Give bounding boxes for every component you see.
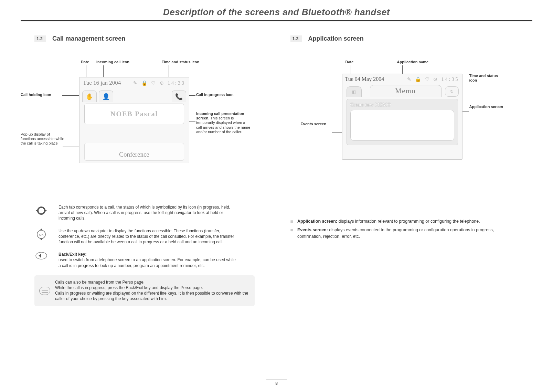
- app-title-tab: Memo: [370, 85, 442, 97]
- left-right-nav-icon: [34, 204, 48, 217]
- hold-tab-icon: ✋: [82, 91, 97, 102]
- label-application-screen: Application screen: [469, 105, 504, 109]
- column-divider: [277, 35, 277, 345]
- svg-point-7: [36, 252, 47, 259]
- section-rule: [290, 46, 519, 46]
- app-body: Create new MEMO: [347, 99, 458, 145]
- right-column: 1.3 Application screen Date Application …: [277, 35, 533, 306]
- label-date: Date: [345, 60, 354, 64]
- app-screen-diagram: Date Application name Time and status ic…: [290, 60, 519, 191]
- status-icons-row: ✎ 🔒 ♡ ⊙ 14:35: [407, 76, 459, 82]
- section-rule: [34, 46, 263, 46]
- in-progress-tab-icon: 📞: [172, 91, 186, 102]
- section-title: Call management screen: [52, 35, 125, 42]
- svg-marker-6: [40, 239, 43, 240]
- back-exit-key-icon: [34, 252, 48, 260]
- call-screen-mock: Tue 16 jan 2004 ✎ 🔒 ♡ ⊙ 14:33 ✋ 👤 📞 NOEB…: [79, 77, 189, 163]
- label-time-status-icon: Time and status icon: [469, 74, 504, 83]
- app-body-title: Create new MEMO: [350, 102, 454, 108]
- label-call-holding-icon: Call holding icon: [21, 93, 62, 97]
- left-column: 1.2 Call management screen Date Incoming…: [21, 35, 277, 306]
- label-time-status-icon: Time and status icon: [162, 60, 199, 64]
- page-number: 8: [266, 380, 287, 386]
- help-up-down: Use the up-down navigator to display the…: [59, 228, 237, 245]
- svg-text:OK: OK: [39, 233, 43, 236]
- label-application-name: Application name: [397, 60, 429, 64]
- call-screen-diagram: Date Incoming call icon Time and status …: [34, 60, 263, 180]
- label-incoming-call-icon: Incoming call icon: [96, 60, 129, 64]
- svg-marker-5: [40, 229, 43, 230]
- bullet-application-screen: Application screen: displays information…: [297, 218, 480, 225]
- svg-marker-2: [45, 209, 47, 212]
- screen-date: Tue 04 May 2004: [345, 76, 384, 82]
- note-icon: [39, 287, 50, 295]
- bullet-marker: ■: [290, 218, 293, 225]
- svg-point-0: [38, 207, 45, 214]
- function-popup-box: Conference: [84, 143, 184, 161]
- perso-page-note: Calls can also be managed from the Perso…: [34, 275, 255, 307]
- label-popup-functions: Pop-up display of functions accessible w…: [21, 132, 65, 146]
- section-number: 1.2: [34, 35, 46, 42]
- label-events-screen: Events screen: [301, 122, 339, 126]
- events-area: [350, 110, 454, 141]
- label-incoming-presentation: Incoming call presenta­tion screen. This…: [196, 112, 251, 134]
- next-app-icon: ↻: [445, 86, 459, 97]
- help-left-right: Each tab corresponds to a call, the stat…: [59, 204, 237, 221]
- up-down-nav-icon: OK: [34, 228, 48, 241]
- label-date: Date: [81, 60, 89, 64]
- page-title: Description of the screens and Bluetooth…: [21, 7, 532, 18]
- svg-marker-1: [36, 209, 38, 212]
- section-number: 1.3: [290, 35, 302, 42]
- incoming-tab-icon: 👤: [99, 91, 113, 102]
- prev-app-icon: ◧: [347, 86, 362, 97]
- section-title: Application screen: [308, 35, 364, 42]
- app-screen-mock: Tue 04 May 2004 ✎ 🔒 ♡ ⊙ 14:35 ◧ Memo ↻ C…: [342, 74, 462, 160]
- screen-date: Tue 16 jan 2004: [83, 80, 121, 86]
- caller-name-box: NOEB Pascal: [84, 104, 184, 124]
- bullet-events-screen: Events screen: displays events connected…: [297, 227, 519, 240]
- bullet-marker: ■: [290, 227, 293, 240]
- title-rule: [21, 20, 532, 21]
- label-call-in-progress-icon: Call in progress icon: [196, 93, 234, 97]
- status-icons-row: ✎ 🔒 ♡ ⊙ 14:33: [133, 80, 185, 86]
- help-back-exit: Back/Exit key: used to switch from a tel…: [59, 252, 237, 268]
